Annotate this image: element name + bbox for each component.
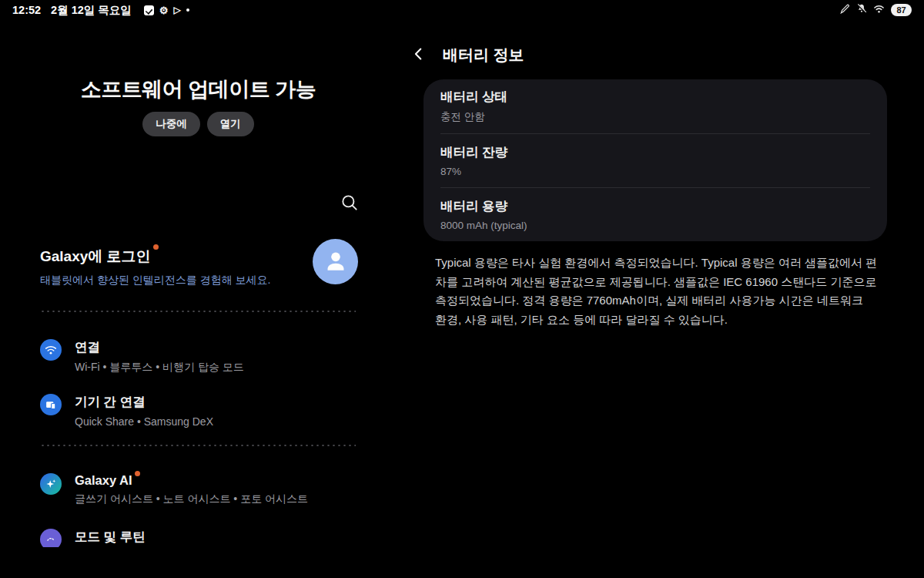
play-icon: ▷ xyxy=(174,5,181,15)
sidebar-item-label: Galaxy AI xyxy=(75,473,132,488)
row-label: 배터리 상태 xyxy=(440,89,870,106)
row-label: 배터리 용량 xyxy=(440,198,870,215)
battery-info-panel: 배터리 정보 배터리 상태 충전 안함 배터리 잔량 87% 배터리 용량 80… xyxy=(397,20,924,547)
settings-list-panel: 소프트웨어 업데이트 가능 나중에 열기 Galaxy에 로그인 태블릿에서 향… xyxy=(0,20,397,547)
sidebar-item-sublabel: 글쓰기 어시스트 • 노트 어시스트 • 포토 어시스트 xyxy=(75,492,308,506)
battery-info-card: 배터리 상태 충전 안함 배터리 잔량 87% 배터리 용량 8000 mAh … xyxy=(424,79,887,241)
notification-dot xyxy=(135,471,140,476)
battery-indicator: 87 xyxy=(891,4,912,16)
battery-status-row: 배터리 상태 충전 안함 xyxy=(440,79,870,133)
row-value: 충전 안함 xyxy=(440,110,870,124)
notification-dot xyxy=(153,244,159,250)
open-button[interactable]: 열기 xyxy=(207,112,254,136)
wifi-icon xyxy=(873,3,885,17)
row-label: 배터리 잔량 xyxy=(440,144,870,161)
dotted-divider xyxy=(40,311,356,312)
status-bar: 12:52 2월 12일 목요일 ⚙ ▷ 87 xyxy=(0,0,924,20)
wifi-icon xyxy=(40,339,62,361)
taskbar: 목요일 12 xyxy=(0,543,924,578)
software-update-actions: 나중에 열기 xyxy=(0,112,397,136)
search-button[interactable] xyxy=(337,191,362,216)
panel-header: 배터리 정보 xyxy=(407,43,524,66)
tablet-screen: 12:52 2월 12일 목요일 ⚙ ▷ 87 소프트웨어 업데이트 가능 xyxy=(0,0,924,578)
account-sign-in[interactable]: Galaxy에 로그인 태블릿에서 향상된 인텔리전스를 경험해 보세요. xyxy=(40,247,357,287)
search-icon xyxy=(340,203,360,215)
dotted-divider xyxy=(40,445,356,446)
person-icon xyxy=(323,247,349,277)
sidebar-item-galaxy-ai[interactable]: Galaxy AI 글쓰기 어시스트 • 노트 어시스트 • 포토 어시스트 xyxy=(40,473,357,506)
mute-icon xyxy=(856,3,867,17)
sidebar-item-label: 기기 간 연결 xyxy=(75,394,146,411)
back-button[interactable] xyxy=(407,43,430,66)
sidebar-item-label: 연결 xyxy=(75,339,100,356)
row-value: 8000 mAh (typical) xyxy=(440,220,870,231)
battery-capacity-row: 배터리 용량 8000 mAh (typical) xyxy=(440,187,870,241)
account-title: Galaxy에 로그인 xyxy=(40,247,151,267)
later-button[interactable]: 나중에 xyxy=(142,112,200,136)
sidebar-item-connections[interactable]: 연결 Wi-Fi • 블루투스 • 비행기 탑승 모드 xyxy=(40,339,357,375)
avatar[interactable] xyxy=(313,239,358,284)
ai-sparkle-icon xyxy=(40,473,62,495)
sidebar-item-connected-devices[interactable]: 기기 간 연결 Quick Share • Samsung DeX xyxy=(40,394,357,428)
status-date: 2월 12일 목요일 xyxy=(51,3,132,18)
page-title: 배터리 정보 xyxy=(443,45,524,66)
notification-icons: ⚙ ▷ xyxy=(144,5,189,15)
battery-level-row: 배터리 잔량 87% xyxy=(440,133,870,187)
software-update-title: 소프트웨어 업데이트 가능 xyxy=(0,76,397,103)
battery-capacity-description: Typical 용량은 타사 실험 환경에서 측정되었습니다. Typical … xyxy=(435,254,878,329)
chevron-left-icon xyxy=(410,45,427,65)
devices-icon xyxy=(40,394,62,415)
status-time: 12:52 xyxy=(12,4,41,16)
sidebar-item-sublabel: Quick Share • Samsung DeX xyxy=(75,415,213,428)
account-subtitle: 태블릿에서 향상된 인텔리전스를 경험해 보세요. xyxy=(40,274,357,287)
sidebar-item-sublabel: Wi-Fi • 블루투스 • 비행기 탑승 모드 xyxy=(75,361,244,375)
row-value: 87% xyxy=(440,166,870,177)
checkbox-icon xyxy=(144,5,154,15)
spen-icon xyxy=(839,3,850,17)
dot-icon xyxy=(186,8,189,12)
gear-icon: ⚙ xyxy=(159,5,169,15)
